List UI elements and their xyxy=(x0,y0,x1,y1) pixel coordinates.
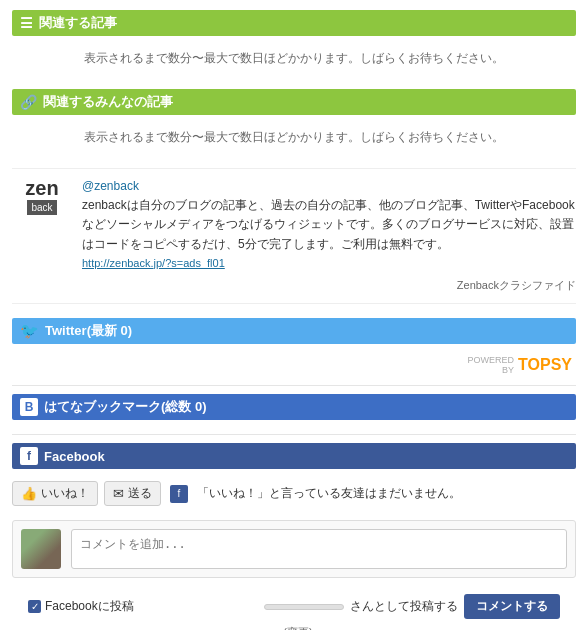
facebook-actions-row: 👍 いいね！ ✉ 送る f 「いいね！」と言っている友達はまだいません。 xyxy=(12,477,576,510)
related-articles-icon: ☰ xyxy=(20,15,33,31)
change-account-text[interactable]: (変更) xyxy=(28,625,568,630)
topsy-logo: POWERED BY TOPSY xyxy=(468,355,572,376)
zenback-logo: zen back xyxy=(12,177,72,215)
divider-2 xyxy=(12,434,576,435)
twitter-bird-icon: 🐦 xyxy=(20,322,39,340)
zenback-credit: Zenbackクラシファイド xyxy=(82,277,576,295)
related-articles-title: 関連する記事 xyxy=(39,14,117,32)
zenback-logo-back: back xyxy=(27,200,56,215)
divider-1 xyxy=(12,385,576,386)
related-articles-message: 表示されるまで数分〜最大で数日ほどかかります。しばらくお待ちください。 xyxy=(12,42,576,75)
facebook-like-inline-icon: f xyxy=(170,485,188,503)
hatena-header-title: はてなブックマーク(総数 0) xyxy=(44,398,207,416)
like-button-label: いいね！ xyxy=(41,485,89,502)
facebook-send-button[interactable]: ✉ 送る xyxy=(104,481,161,506)
zenback-username-link[interactable]: @zenback xyxy=(82,179,139,193)
avatar-image xyxy=(21,529,61,569)
twitter-header: 🐦 Twitter(最新 0) xyxy=(12,318,576,344)
topsy-credit: POWERED BY TOPSY xyxy=(12,354,576,376)
hatena-icon: B xyxy=(20,398,38,416)
post-options-row: ✓ Facebookに投稿 さんとして投稿する コメントする xyxy=(20,590,568,623)
twitter-header-title: Twitter(最新 0) xyxy=(45,322,132,340)
zenback-content: @zenback zenbackは自分のブログの記事と、過去の自分の記事、他のブ… xyxy=(82,177,576,295)
facebook-header-title: Facebook xyxy=(44,449,105,464)
zenback-description: zenbackは自分のブログの記事と、過去の自分の記事、他のブログ記事、Twit… xyxy=(82,198,575,250)
facebook-like-button[interactable]: 👍 いいね！ xyxy=(12,481,98,506)
twitter-section: 🐦 Twitter(最新 0) xyxy=(12,318,576,344)
send-button-label: 送る xyxy=(128,485,152,502)
zenback-url-link[interactable]: http://zenback.jp/?s=ads_fl01 xyxy=(82,257,225,269)
user-avatar xyxy=(21,529,61,569)
thumbs-up-icon: 👍 xyxy=(21,486,37,501)
post-to-facebook-label: Facebookに投稿 xyxy=(45,598,134,615)
topsy-by-text: BY xyxy=(502,365,514,375)
facebook-section: f Facebook 👍 いいね！ ✉ 送る f 「いいね！」と言っている友達は… xyxy=(12,443,576,630)
post-options-left: ✓ Facebookに投稿 xyxy=(28,598,134,615)
hatena-header: B はてなブックマーク(総数 0) xyxy=(12,394,576,420)
related-community-header: 🔗 関連するみんなの記事 xyxy=(12,89,576,115)
zenback-ad: zen back @zenback zenbackは自分のブログの記事と、過去の… xyxy=(12,168,576,304)
post-as-text: さんとして投稿する xyxy=(350,598,458,615)
facebook-comment-area xyxy=(12,520,576,578)
related-community-title: 関連するみんなの記事 xyxy=(43,93,173,111)
facebook-header: f Facebook xyxy=(12,443,576,469)
comment-submit-button[interactable]: コメントする xyxy=(464,594,560,619)
facebook-header-icon: f xyxy=(20,447,38,465)
facebook-no-friends-text: 「いいね！」と言っている友達はまだいません。 xyxy=(197,485,461,502)
related-community-message: 表示されるまで数分〜最大で数日ほどかかります。しばらくお待ちください。 xyxy=(12,121,576,154)
user-name-box xyxy=(264,604,344,610)
facebook-post-checkbox[interactable]: ✓ xyxy=(28,600,41,613)
hatena-section: B はてなブックマーク(総数 0) xyxy=(12,394,576,420)
related-community-section: 🔗 関連するみんなの記事 表示されるまで数分〜最大で数日ほどかかります。しばらく… xyxy=(12,89,576,154)
post-options-right: さんとして投稿する コメントする xyxy=(264,594,560,619)
related-articles-section: ☰ 関連する記事 表示されるまで数分〜最大で数日ほどかかります。しばらくお待ちく… xyxy=(12,10,576,75)
zenback-logo-zen: zen xyxy=(25,177,58,200)
comment-input[interactable] xyxy=(71,529,567,569)
topsy-name-text: TOPSY xyxy=(518,356,572,374)
topsy-powered-text: POWERED xyxy=(468,355,515,366)
related-community-icon: 🔗 xyxy=(20,94,37,110)
related-articles-header: ☰ 関連する記事 xyxy=(12,10,576,36)
post-options-container: ✓ Facebookに投稿 さんとして投稿する コメントする (変更) xyxy=(12,586,576,630)
send-icon: ✉ xyxy=(113,486,124,501)
